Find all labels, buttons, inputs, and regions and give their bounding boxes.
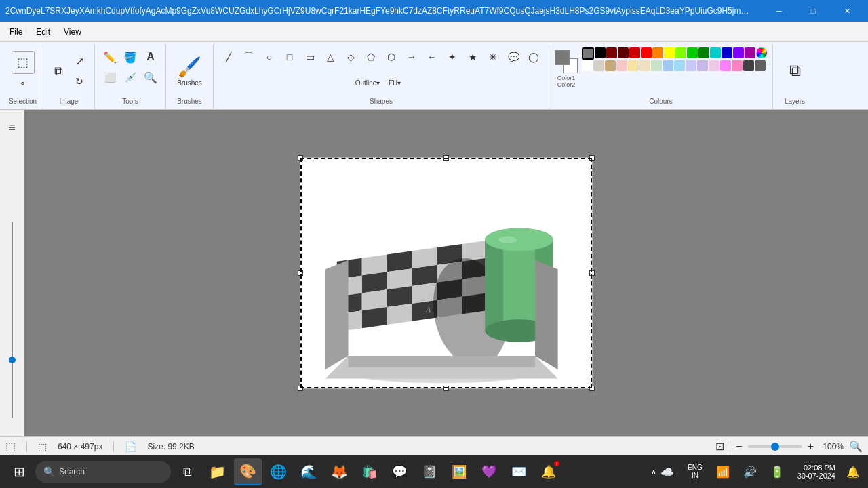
diamond-button[interactable]: ◇ (341, 47, 360, 66)
color-swatch[interactable] (687, 47, 698, 58)
app-photos[interactable]: 🖼️ (446, 458, 473, 485)
canvas-image[interactable]: A B (300, 158, 592, 388)
app-store[interactable]: 🛍️ (356, 458, 383, 485)
eraser-button[interactable]: ⬜ (100, 68, 119, 87)
clock[interactable]: 02:08 PM 30-07-2024 (792, 464, 841, 480)
curve-button[interactable]: ⌒ (239, 47, 258, 66)
color-swatch[interactable] (675, 47, 686, 58)
crop-button[interactable]: ⧉ (49, 62, 68, 81)
star5-button[interactable]: ★ (463, 47, 482, 66)
app-notifications[interactable]: 🔔 ! (535, 458, 562, 485)
color-swatch[interactable] (720, 60, 731, 71)
color-swatch-selected[interactable] (582, 47, 594, 60)
pencil-button[interactable]: ✏️ (100, 47, 119, 66)
color-swatch[interactable] (686, 60, 696, 71)
outline-button[interactable]: Outline▾ (355, 73, 380, 92)
color-palette-button[interactable] (756, 47, 767, 58)
color-swatch[interactable] (733, 47, 744, 58)
app-explorer[interactable]: 📁 (203, 458, 231, 485)
color-swatch[interactable] (616, 60, 627, 71)
color-swatch[interactable] (664, 47, 675, 58)
menu-file[interactable]: File (3, 24, 29, 39)
color-swatch[interactable] (755, 60, 766, 71)
app-teams[interactable]: 💬 (386, 458, 413, 485)
app-firefox[interactable]: 🦊 (326, 458, 353, 485)
layers-button[interactable]: ⧉ (778, 51, 811, 92)
app-chrome[interactable]: 🌐 (264, 458, 292, 485)
zoom-in-icon[interactable]: + (808, 441, 814, 453)
color-swatch[interactable] (663, 60, 673, 71)
ruler-handle[interactable] (9, 357, 16, 363)
color-swatch[interactable] (639, 60, 650, 71)
color-swatch[interactable] (697, 60, 708, 71)
color-swatch[interactable] (698, 47, 709, 58)
arrow-right-button[interactable]: → (402, 47, 421, 66)
task-view-button[interactable]: ⧉ (174, 458, 201, 485)
callout-button[interactable]: 💬 (504, 47, 523, 66)
fill-shape-button[interactable]: Fill▾ (382, 73, 407, 92)
color-swatch[interactable] (582, 60, 593, 71)
app-discord[interactable]: 💜 (475, 458, 502, 485)
app-edge[interactable]: 🌊 (295, 458, 323, 485)
color-swatch[interactable] (605, 60, 616, 71)
arrow-left-button[interactable]: ← (422, 47, 441, 66)
color-swatch[interactable] (593, 60, 604, 71)
canvas-container[interactable]: A B (24, 110, 868, 436)
language-indicator[interactable]: ENG IN (682, 464, 708, 480)
rect-rounded-button[interactable]: ▭ (300, 47, 319, 66)
line-button[interactable]: ╱ (219, 47, 238, 66)
color-swatch[interactable] (629, 47, 640, 58)
color-swatch[interactable] (652, 47, 663, 58)
battery-icon[interactable]: 🔋 (765, 466, 789, 479)
color-swatch[interactable] (732, 60, 743, 71)
menu-edit[interactable]: Edit (29, 24, 57, 39)
triangle-button[interactable]: △ (321, 47, 340, 66)
volume-icon[interactable]: 🔊 (738, 466, 762, 479)
restore-button[interactable]: □ (797, 0, 829, 22)
star6-button[interactable]: ✳ (484, 47, 502, 66)
handle-top-middle[interactable] (443, 155, 449, 161)
app-mail[interactable]: ✉️ (505, 458, 532, 485)
oval-button[interactable]: ○ (260, 47, 279, 66)
taskbar-search[interactable]: 🔍 Search (35, 461, 171, 483)
color-swatch[interactable] (618, 47, 629, 58)
color-swatch[interactable] (606, 47, 617, 58)
color-swatch[interactable] (641, 47, 652, 58)
zoom-slider[interactable] (748, 445, 802, 448)
color-swatch[interactable] (651, 60, 662, 71)
zoom-dropdown-icon[interactable]: 🔍 (849, 440, 863, 453)
foreground-color-box[interactable] (555, 50, 570, 65)
close-button[interactable]: ✕ (831, 0, 863, 22)
app-onenote[interactable]: 📓 (416, 458, 443, 485)
color-swatch[interactable] (710, 47, 721, 58)
minimize-button[interactable]: ─ (764, 0, 795, 22)
menu-view[interactable]: View (57, 24, 88, 39)
color-swatch[interactable] (674, 60, 685, 71)
handle-top-right[interactable] (589, 155, 595, 161)
handle-top-left[interactable] (298, 155, 303, 161)
magnify-button[interactable]: 🔍 (141, 68, 160, 87)
brushes-button[interactable]: 🖌️ Brushes (174, 51, 206, 92)
color-swatch[interactable] (743, 60, 754, 71)
zoom-out-icon[interactable]: − (736, 441, 742, 453)
zoom-slider-thumb[interactable] (771, 443, 779, 451)
handle-middle-right[interactable] (589, 270, 595, 276)
ellipse-button[interactable]: ◯ (524, 47, 543, 66)
tray-expand[interactable]: ∧ (651, 468, 656, 476)
handle-bottom-left[interactable] (298, 386, 303, 391)
select-rectangular-button[interactable]: ⬚ (12, 51, 35, 74)
color-swatch[interactable] (709, 60, 719, 71)
rotate-button[interactable]: ↻ (70, 72, 89, 91)
hexagon-button[interactable]: ⬡ (382, 47, 401, 66)
fit-icon[interactable]: ⊡ (715, 440, 724, 453)
start-button[interactable]: ⊞ (5, 458, 33, 485)
color-swatch[interactable] (628, 60, 639, 71)
handle-middle-left[interactable] (298, 270, 303, 276)
star4-button[interactable]: ✦ (443, 47, 462, 66)
handle-bottom-middle[interactable] (443, 386, 449, 391)
resize-button[interactable]: ⤢ (70, 52, 89, 70)
select-free-button[interactable]: ⚬ (12, 76, 35, 92)
app-paint[interactable]: 🎨 (234, 458, 262, 485)
network-icon[interactable]: 📶 (711, 466, 735, 479)
rect-button[interactable]: □ (280, 47, 299, 66)
